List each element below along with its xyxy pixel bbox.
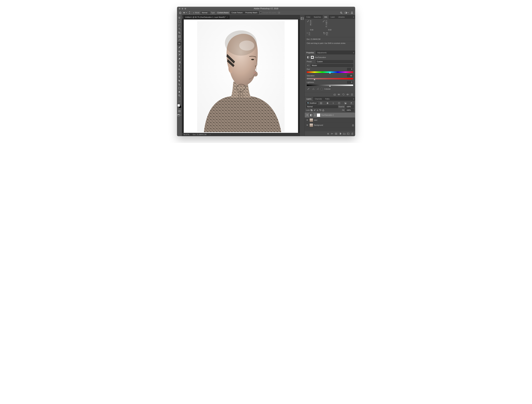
lock-artboard-icon[interactable] <box>320 109 321 111</box>
screenmode-icon[interactable] <box>177 114 181 117</box>
add-mask-icon[interactable] <box>335 132 338 135</box>
mask-icon[interactable] <box>311 56 314 59</box>
panel-menu-icon[interactable]: ≡ <box>352 97 355 101</box>
eyedropper-set-icon[interactable] <box>307 88 310 90</box>
hand-tool[interactable] <box>177 90 181 93</box>
delete-layer-icon[interactable] <box>351 132 354 135</box>
lock-paint-icon[interactable] <box>313 109 316 111</box>
layer-name[interactable]: Background <box>314 124 323 126</box>
tab-learn[interactable]: Learn <box>329 15 336 19</box>
sample-all-layers-checkbox[interactable] <box>260 12 262 14</box>
layer-blend-select[interactable]: Normal <box>306 105 338 108</box>
marquee-tool[interactable] <box>177 20 181 23</box>
layer-visibility-icon[interactable]: 👁 <box>306 119 308 121</box>
new-group-icon[interactable] <box>343 132 346 135</box>
color-swatches[interactable] <box>177 104 181 108</box>
layer-row[interactable]: 👁 Background <box>305 123 355 128</box>
healing-brush-tool[interactable] <box>177 42 181 45</box>
quick-select-tool[interactable] <box>177 27 181 31</box>
tab-scroll-left[interactable]: ‹‹ <box>182 16 183 18</box>
toggle-visibility-icon[interactable] <box>337 93 340 96</box>
dodge-tool[interactable] <box>177 68 181 71</box>
brush-picker-chevron[interactable] <box>192 12 194 14</box>
link-layers-icon[interactable]: ⛓ <box>327 132 330 135</box>
tab-swatches[interactable]: Swatches <box>312 15 323 19</box>
panel-menu-icon[interactable]: ≡ <box>352 51 355 54</box>
layer-visibility-icon[interactable]: 👁 <box>306 124 308 126</box>
frame-tool[interactable] <box>177 35 181 38</box>
edit-toolbar-icon[interactable]: ⋯ <box>177 99 181 103</box>
reset-icon[interactable] <box>342 93 345 96</box>
layer-mask-thumb[interactable] <box>317 113 320 117</box>
filter-adjust-icon[interactable] <box>326 102 328 104</box>
pressure-icon[interactable] <box>277 11 281 15</box>
close-tab-icon[interactable]: × <box>227 16 228 18</box>
lock-position-icon[interactable] <box>317 109 318 111</box>
blur-tool[interactable] <box>177 64 181 68</box>
filter-pixel-icon[interactable] <box>320 102 322 104</box>
tab-color[interactable]: Color <box>305 15 312 19</box>
tab-channels[interactable]: Channels <box>313 97 323 101</box>
path-select-tool[interactable] <box>177 79 181 82</box>
zoom-tool[interactable] <box>177 94 181 97</box>
gradient-tool[interactable] <box>177 61 181 64</box>
saturation-slider[interactable] <box>307 78 353 79</box>
tool-preset-icon[interactable] <box>183 11 187 15</box>
lightness-input[interactable] <box>347 81 353 83</box>
pen-tool[interactable] <box>177 72 181 75</box>
quickmask-icon[interactable] <box>177 109 181 113</box>
hue-input[interactable] <box>347 68 353 71</box>
lock-trans-icon[interactable] <box>311 109 312 111</box>
share-icon[interactable] <box>350 11 354 15</box>
clip-to-layer-icon[interactable] <box>333 93 336 96</box>
status-chevron-icon[interactable]: › <box>210 134 210 135</box>
zoom-level[interactable]: 66.67% <box>184 134 190 135</box>
type-proximity-match[interactable]: Proximity Match <box>244 11 259 14</box>
colorize-checkbox[interactable] <box>321 88 323 90</box>
direct-select-tool[interactable] <box>177 83 181 86</box>
preset-select[interactable]: Custom <box>316 60 353 63</box>
document-tab[interactable]: Untitled-1 @ 66.7% (Hue/Saturation 1, La… <box>183 15 230 19</box>
color-range-select[interactable]: Master <box>311 64 353 67</box>
new-adjustment-icon[interactable] <box>339 132 342 135</box>
move-tool[interactable] <box>177 16 181 19</box>
history-brush-tool[interactable] <box>177 53 181 57</box>
shape-tool[interactable] <box>177 86 181 90</box>
layer-visibility-icon[interactable]: 👁 <box>306 114 308 116</box>
opacity-input[interactable]: 100% <box>345 105 354 108</box>
search-icon[interactable] <box>339 11 343 15</box>
tab-paths[interactable]: Paths <box>323 97 331 101</box>
blend-mode-select[interactable]: Normal <box>201 11 210 14</box>
eyedropper-tool[interactable] <box>177 38 181 42</box>
fill-input[interactable]: 100% <box>345 109 354 112</box>
panel-menu-icon[interactable]: ≡ <box>352 15 355 19</box>
tab-libraries[interactable]: Libraries <box>336 15 346 19</box>
eraser-tool[interactable] <box>177 57 181 60</box>
tab-info[interactable]: Info <box>323 15 329 19</box>
type-tool[interactable]: T <box>177 75 181 79</box>
targeted-adjust-icon[interactable] <box>307 64 310 67</box>
tab-properties[interactable]: Properties <box>305 51 316 54</box>
layer-name[interactable]: Hue/Saturation 1 <box>321 114 334 116</box>
brush-preview[interactable]: • 9 <box>188 11 191 15</box>
view-previous-icon[interactable] <box>346 93 349 96</box>
clone-stamp-tool[interactable] <box>177 49 181 53</box>
tab-layers[interactable]: Layers <box>305 97 313 101</box>
history-panel-icon[interactable] <box>300 16 304 21</box>
workspace-switcher-icon[interactable] <box>345 11 348 15</box>
filter-toggle-icon[interactable] <box>351 102 352 104</box>
eyedropper-add-icon[interactable] <box>311 88 315 90</box>
lock-all-icon[interactable] <box>322 109 324 111</box>
canvas[interactable] <box>184 19 298 133</box>
saturation-input[interactable] <box>347 75 353 77</box>
brush-tool[interactable] <box>177 46 181 49</box>
filter-shape-icon[interactable] <box>338 102 340 104</box>
lasso-tool[interactable] <box>177 24 181 27</box>
lightness-slider[interactable] <box>307 84 353 86</box>
layer-row[interactable]: 👁 ⛓ Hue/Saturation 1 <box>305 113 355 118</box>
type-create-texture[interactable]: Create Texture <box>230 11 244 14</box>
trash-icon[interactable] <box>350 93 354 96</box>
layer-filter-select[interactable]: 🔍 KindKind <box>306 102 318 105</box>
fx-icon[interactable]: fx▾ <box>331 132 334 135</box>
home-button[interactable] <box>178 11 182 15</box>
